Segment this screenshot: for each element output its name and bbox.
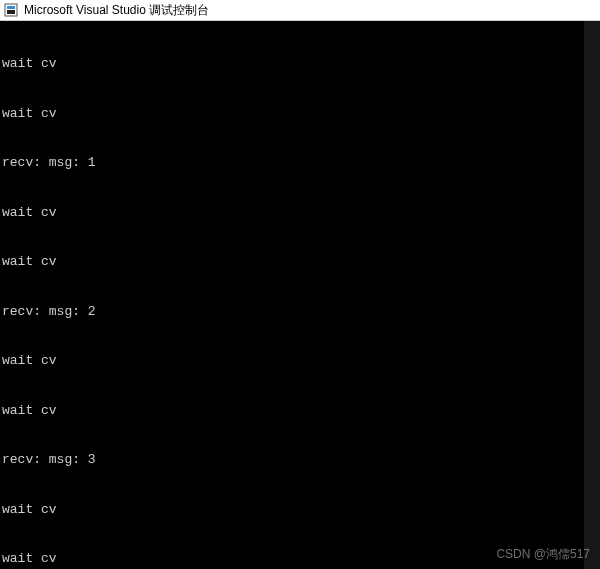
console-line: wait cv [2,106,600,123]
console-line: wait cv [2,353,600,370]
window-title: Microsoft Visual Studio 调试控制台 [24,2,209,19]
console-line: recv: msg: 3 [2,452,600,469]
console-line: wait cv [2,205,600,222]
console-line: wait cv [2,551,600,568]
console-line: wait cv [2,56,600,73]
console-line: wait cv [2,502,600,519]
console-line: wait cv [2,254,600,271]
window-title-bar[interactable]: Microsoft Visual Studio 调试控制台 [0,0,600,21]
vertical-scrollbar[interactable] [584,21,600,569]
console-line: wait cv [2,403,600,420]
console-line: recv: msg: 2 [2,304,600,321]
svg-rect-2 [7,10,15,14]
console-output[interactable]: wait cv wait cv recv: msg: 1 wait cv wai… [0,21,600,569]
app-icon [4,3,18,17]
console-line: recv: msg: 1 [2,155,600,172]
svg-rect-1 [7,6,15,9]
